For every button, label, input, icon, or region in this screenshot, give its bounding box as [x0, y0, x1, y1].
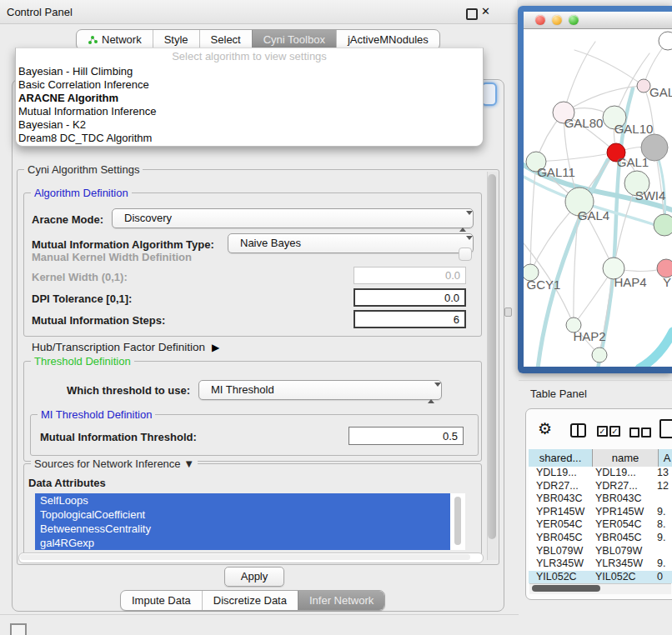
network-node-label: GAL11 [537, 165, 575, 179]
deselect-all-icon[interactable] [641, 428, 651, 438]
table-cell[interactable]: YBL079W [592, 545, 657, 558]
table-cell[interactable]: YDR27... [529, 480, 592, 493]
tab-style[interactable]: Style [153, 30, 199, 49]
float-window-icon[interactable] [466, 8, 478, 20]
network-node[interactable] [592, 348, 607, 362]
table-cell[interactable]: 12 [657, 480, 672, 493]
algorithm-option[interactable]: Mutual Information Inference [16, 105, 483, 118]
data-attributes-list[interactable]: SelfLoopsTopologicalCoefficientBetweenne… [35, 493, 465, 550]
table-cell[interactable]: 8. [657, 518, 672, 532]
kernel-width-input[interactable] [354, 267, 466, 284]
minimize-traffic-light[interactable] [552, 15, 562, 25]
zoom-traffic-light[interactable] [569, 15, 579, 25]
table-cell[interactable]: YLR345W [592, 558, 657, 571]
table-cell[interactable]: 13 [657, 467, 672, 480]
select-all-icon[interactable]: ✓ [609, 426, 620, 437]
algorithm-option[interactable]: Basic Correlation Inference [16, 78, 483, 92]
panel-splitter-handle[interactable] [504, 308, 512, 317]
tab-network[interactable]: Network [77, 30, 153, 49]
table-cell[interactable]: YBR045C [529, 532, 592, 545]
table-cell[interactable]: YER054C [592, 518, 657, 532]
table-options-icon[interactable] [659, 419, 672, 438]
table-cell[interactable]: YIL052C [592, 571, 657, 583]
deselect-all-icon[interactable] [629, 428, 639, 438]
tab-jactivemnodules[interactable]: jActiveMNodules [336, 30, 439, 49]
table-cell[interactable]: YBR043C [592, 492, 657, 506]
table-cell[interactable]: 9. [657, 532, 672, 545]
table-cell[interactable]: YLR345W [529, 558, 592, 571]
dpi-tolerance-input[interactable] [354, 288, 466, 307]
algorithm-option[interactable]: Bayesian - K2 [16, 118, 483, 132]
select-all-icon[interactable]: ✓ [597, 426, 608, 437]
gear-icon[interactable]: ⚙ [538, 419, 552, 438]
table-cell[interactable]: 0 [657, 571, 672, 583]
tab-discretize-data[interactable]: Discretize Data [202, 591, 298, 610]
table-row[interactable]: YBR045CYBR045C9. [529, 532, 672, 545]
attribute-item-selected[interactable]: gal4RGexp [35, 536, 450, 550]
table-cell[interactable]: 9. [657, 558, 672, 571]
table-horizontal-scrollbar-thumb[interactable] [532, 585, 600, 592]
table-cell[interactable]: YDR27... [592, 480, 657, 493]
mi-algorithm-type-select[interactable]: Naive Bayes [228, 233, 474, 253]
apply-button[interactable]: Apply [224, 567, 284, 587]
algorithm-option[interactable]: ARACNE Algorithm [16, 92, 483, 105]
table-row[interactable]: YDL19...YDL19...13 [529, 467, 672, 480]
expand-arrow-icon[interactable]: ▶ [212, 342, 219, 353]
hub-definition-toggle[interactable]: Hub/Transcription Factor Definition▶ [32, 341, 219, 353]
table-cell[interactable]: YDL19... [592, 467, 657, 480]
close-icon[interactable]: ✕ [481, 5, 490, 18]
manual-kernel-width-checkbox[interactable] [459, 248, 472, 261]
table-row[interactable]: YBR043CYBR043C [529, 492, 672, 506]
table-row[interactable]: YER054CYER054C8. [529, 518, 672, 532]
threshold-definition-title: Threshold Definition [31, 355, 134, 368]
settings-vertical-scrollbar-thumb[interactable] [488, 174, 496, 539]
table-cell[interactable]: YBR045C [592, 532, 657, 545]
table-cell[interactable]: YPR145W [529, 506, 592, 519]
columns-icon[interactable] [570, 423, 586, 438]
network-graph[interactable]: GALGAL80GAL10GAL1SWI4GAL11GAL4GCY1HAP4YH… [524, 29, 672, 367]
network-node[interactable] [641, 134, 668, 161]
table-cell[interactable]: 9. [657, 506, 672, 519]
table-cell[interactable] [657, 545, 672, 558]
network-node[interactable] [659, 32, 672, 50]
table-row[interactable]: YPR145WYPR145W9. [529, 506, 672, 519]
column-header-partial[interactable]: A [659, 449, 672, 467]
table-body: YDL19...YDL19...13YDR27...YDR27...12YBR0… [529, 467, 672, 583]
close-traffic-light[interactable] [535, 15, 545, 25]
table-cell[interactable]: YBL079W [529, 545, 592, 558]
algorithm-option[interactable]: Bayesian - Hill Climbing [16, 65, 483, 78]
table-row[interactable]: YLR345WYLR345W9. [529, 558, 672, 571]
which-threshold-select[interactable]: MI Threshold [198, 380, 442, 400]
column-header-name[interactable]: name [593, 449, 659, 467]
mi-threshold-input[interactable] [349, 427, 464, 445]
table-cell[interactable]: YBR043C [529, 492, 592, 506]
table-cell[interactable] [657, 492, 672, 506]
attributes-scrollbar-thumb[interactable] [454, 497, 461, 545]
algorithm-option[interactable]: Dream8 DC_TDC Algorithm [16, 132, 483, 145]
collapsed-panel-icon[interactable] [10, 623, 27, 635]
attribute-item-selected[interactable]: SelfLoops [35, 493, 450, 508]
tab-infer-network[interactable]: Infer Network [298, 591, 384, 610]
network-window-titlebar[interactable] [524, 12, 672, 29]
aracne-mode-select[interactable]: Discovery [112, 208, 474, 228]
table-row[interactable]: YDR27...YDR27...12 [529, 480, 672, 493]
network-view[interactable]: GALGAL80GAL10GAL1SWI4GAL11GAL4GCY1HAP4YH… [524, 29, 672, 367]
network-node[interactable] [654, 214, 672, 236]
table-cell[interactable]: YDL19... [529, 467, 592, 480]
attribute-item-selected[interactable]: TopologicalCoefficient [35, 508, 450, 522]
table-cell[interactable]: YPR145W [592, 506, 657, 519]
mi-steps-input[interactable] [354, 310, 466, 328]
tab-impute-data[interactable]: Impute Data [121, 591, 202, 610]
column-header-shared-name[interactable]: shared... [529, 449, 593, 467]
collapse-arrow-icon[interactable]: ▼ [183, 458, 194, 470]
table-cell[interactable]: YER054C [529, 518, 592, 532]
table-row[interactable]: YIL052CYIL052C0 [529, 571, 672, 583]
table-row[interactable]: YBL079WYBL079W [529, 545, 672, 558]
tab-cyni-toolbox[interactable]: Cyni Toolbox [252, 30, 336, 49]
network-node[interactable] [637, 79, 650, 92]
aracne-mode-value: Discovery [124, 212, 172, 224]
tab-select[interactable]: Select [199, 30, 252, 49]
settings-horizontal-scrollbar-thumb[interactable] [20, 554, 470, 560]
attribute-item-selected[interactable]: BetweennessCentrality [35, 522, 450, 536]
table-cell[interactable]: YIL052C [529, 571, 592, 583]
